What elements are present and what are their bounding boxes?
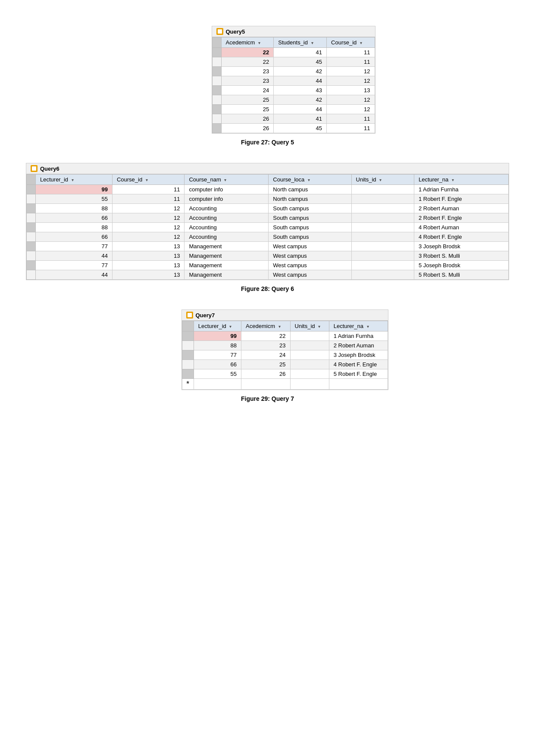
table-cell: 99 bbox=[194, 331, 241, 341]
table-cell: 22 bbox=[241, 331, 291, 341]
table-cell: 5 Joseph Brodsk bbox=[414, 261, 508, 270]
table-cell: South campus bbox=[269, 232, 351, 242]
table-cell: 12 bbox=[112, 213, 185, 223]
table-cell: 88 bbox=[36, 204, 113, 213]
table-cell bbox=[290, 350, 329, 360]
table-cell bbox=[290, 369, 329, 379]
table-cell: Management bbox=[185, 251, 269, 261]
row-selector bbox=[212, 86, 221, 95]
table-cell: computer info bbox=[185, 185, 269, 194]
row-selector bbox=[212, 95, 221, 105]
table-cell: West campus bbox=[269, 270, 351, 280]
empty-cell bbox=[241, 379, 291, 390]
table-row: 254212 bbox=[212, 95, 375, 105]
row-selector bbox=[27, 232, 36, 242]
asterisk-row: * bbox=[182, 379, 388, 390]
row-selector bbox=[27, 242, 36, 251]
empty-cell bbox=[194, 379, 241, 390]
table-cell: 26 bbox=[241, 369, 291, 379]
q6-col-course-id[interactable]: Course_id ▾ bbox=[112, 175, 185, 185]
table-cell: 13 bbox=[112, 251, 185, 261]
table-cell: South campus bbox=[269, 204, 351, 213]
table-row: 77243 Joseph Brodsk bbox=[182, 350, 388, 360]
q6-col-units-id[interactable]: Units_id ▾ bbox=[351, 175, 414, 185]
table-cell: 12 bbox=[112, 204, 185, 213]
table-cell: Accounting bbox=[185, 213, 269, 223]
row-selector bbox=[27, 204, 36, 213]
table-cell: Management bbox=[185, 261, 269, 270]
table-cell: 4 Robert Auman bbox=[414, 223, 508, 232]
query5-table: Acedemicm ▾ Students_id ▾ Course_id ▾ 22… bbox=[212, 37, 375, 133]
table-cell: 1 Robert F. Engle bbox=[414, 194, 508, 204]
table-cell: 12 bbox=[112, 232, 185, 242]
table-row: 7713ManagementWest campus3 Joseph Brodsk bbox=[27, 242, 509, 251]
table-cell: 44 bbox=[274, 76, 327, 86]
table-cell: 66 bbox=[36, 232, 113, 242]
table-cell: North campus bbox=[269, 194, 351, 204]
table-cell: 22 bbox=[221, 57, 274, 67]
table-cell: 55 bbox=[194, 369, 241, 379]
query5-container: Query5 Acedemicm ▾ Students_id ▾ Course_… bbox=[212, 26, 375, 134]
query5-tab[interactable]: Query5 bbox=[212, 26, 375, 37]
table-row: 224111 bbox=[212, 48, 375, 57]
table-cell: 11 bbox=[327, 57, 375, 67]
table-cell: 88 bbox=[36, 223, 113, 232]
table-cell: 55 bbox=[36, 194, 113, 204]
row-selector bbox=[212, 57, 221, 67]
q5-col-students-id[interactable]: Students_id ▾ bbox=[274, 37, 327, 48]
table-cell bbox=[351, 185, 414, 194]
table-cell: 77 bbox=[36, 242, 113, 251]
table-cell bbox=[351, 232, 414, 242]
q7-col-acedemicm[interactable]: Acedemicm ▾ bbox=[241, 321, 291, 331]
table-row: 8812AccountingSouth campus4 Robert Auman bbox=[27, 223, 509, 232]
table-cell: 13 bbox=[112, 242, 185, 251]
table-cell: 11 bbox=[327, 124, 375, 133]
query6-tab-icon bbox=[31, 165, 38, 172]
table-cell: 45 bbox=[274, 57, 327, 67]
row-selector bbox=[212, 67, 221, 76]
table-cell: 43 bbox=[274, 86, 327, 95]
table-row: 8812AccountingSouth campus2 Robert Auman bbox=[27, 204, 509, 213]
query7-caption: Figure 29: Query 7 bbox=[241, 395, 294, 402]
table-cell: 12 bbox=[327, 76, 375, 86]
table-cell: 26 bbox=[221, 114, 274, 124]
q7-col-lecturer-na[interactable]: Lecturer_na ▾ bbox=[329, 321, 388, 331]
row-selector bbox=[27, 261, 36, 270]
row-selector bbox=[27, 213, 36, 223]
table-cell: Accounting bbox=[185, 223, 269, 232]
query5-tab-icon bbox=[216, 28, 223, 35]
asterisk-cell: * bbox=[182, 379, 194, 390]
table-row: 244313 bbox=[212, 86, 375, 95]
table-cell: Management bbox=[185, 270, 269, 280]
table-cell: 5 Robert F. Engle bbox=[329, 369, 388, 379]
table-cell: 11 bbox=[327, 48, 375, 57]
q7-col-units-id[interactable]: Units_id ▾ bbox=[290, 321, 329, 331]
query6-tab[interactable]: Query6 bbox=[26, 163, 509, 174]
query7-tab[interactable]: Query7 bbox=[182, 310, 388, 321]
row-selector bbox=[27, 223, 36, 232]
row-selector bbox=[182, 369, 194, 379]
q5-col-acedemicm[interactable]: Acedemicm ▾ bbox=[221, 37, 274, 48]
table-cell: 66 bbox=[194, 360, 241, 369]
table-cell: West campus bbox=[269, 251, 351, 261]
table-cell bbox=[351, 213, 414, 223]
q6-col-course-loc[interactable]: Course_loca ▾ bbox=[269, 175, 351, 185]
table-row: 55265 Robert F. Engle bbox=[182, 369, 388, 379]
row-selector bbox=[27, 194, 36, 204]
table-cell: 11 bbox=[112, 194, 185, 204]
q7-col-lecturer-id[interactable]: Lecturer_id ▾ bbox=[194, 321, 241, 331]
table-cell: 13 bbox=[327, 86, 375, 95]
row-selector bbox=[182, 331, 194, 341]
table-cell bbox=[290, 331, 329, 341]
row-selector bbox=[27, 251, 36, 261]
q6-col-course-name[interactable]: Course_nam ▾ bbox=[185, 175, 269, 185]
empty-cell bbox=[290, 379, 329, 390]
table-cell: 26 bbox=[221, 124, 274, 133]
query5-tab-label: Query5 bbox=[226, 28, 245, 35]
q6-col-lecturer-id[interactable]: Lecturer_id ▾ bbox=[36, 175, 113, 185]
table-cell: 2 Robert F. Engle bbox=[414, 213, 508, 223]
table-cell: 66 bbox=[36, 213, 113, 223]
q5-col-course-id[interactable]: Course_id ▾ bbox=[327, 37, 375, 48]
q6-col-lecturer-na[interactable]: Lecturer_na ▾ bbox=[414, 175, 508, 185]
table-cell: 23 bbox=[221, 67, 274, 76]
